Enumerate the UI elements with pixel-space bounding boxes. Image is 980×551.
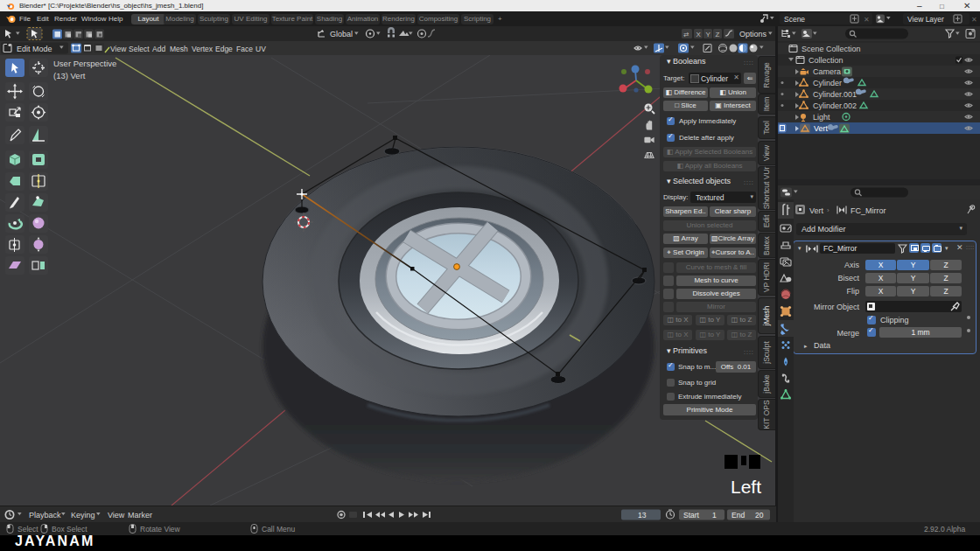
svg-text:Cylinder.001: Cylinder.001 [813, 90, 857, 99]
svg-text:Face: Face [236, 45, 253, 53]
svg-text:Scene: Scene [784, 15, 805, 24]
svg-text:Select: Select [129, 45, 150, 53]
svg-text:✕: ✕ [864, 16, 870, 24]
svg-text:Cylinder: Cylinder [813, 79, 842, 87]
svg-text:2.92.0 Alpha: 2.92.0 Alpha [924, 525, 966, 534]
svg-text:20: 20 [755, 511, 764, 520]
svg-text:Scene Collection: Scene Collection [802, 45, 861, 53]
svg-text:Marker: Marker [128, 511, 152, 520]
svg-text:1: 1 [712, 511, 717, 520]
svg-text:Cylinder.002: Cylinder.002 [813, 101, 857, 110]
svg-text:Vert: Vert [809, 206, 824, 215]
svg-text:X: X [696, 31, 702, 38]
svg-text:Start: Start [683, 511, 700, 520]
svg-text:›: › [827, 206, 830, 214]
svg-text:Left: Left [731, 477, 761, 497]
svg-text:Light: Light [813, 113, 830, 122]
svg-text:Options: Options [739, 30, 767, 38]
svg-text:FC_Mirror: FC_Mirror [850, 206, 886, 215]
svg-text:Global: Global [330, 30, 353, 38]
svg-text:Camera: Camera [813, 67, 841, 76]
svg-text:Y: Y [706, 31, 711, 38]
svg-text:Playback: Playback [29, 511, 61, 520]
svg-text:Z: Z [716, 31, 720, 38]
svg-text:Select: Select [18, 525, 38, 534]
svg-text:✕: ✕ [971, 16, 977, 24]
svg-text:Call Menu: Call Menu [262, 525, 296, 534]
svg-text:View: View [110, 45, 127, 53]
svg-text:Mesh: Mesh [170, 45, 188, 53]
svg-text:Rotate View: Rotate View [140, 525, 181, 534]
svg-text:Vert: Vert [814, 124, 829, 133]
svg-text:Keying: Keying [71, 511, 95, 520]
svg-text:Collection: Collection [808, 56, 844, 65]
svg-text:Box Select: Box Select [52, 525, 88, 534]
svg-text:Edit Mode: Edit Mode [17, 45, 52, 53]
svg-text:Vertex: Vertex [192, 45, 214, 53]
svg-text:End: End [732, 511, 745, 520]
svg-text:13: 13 [638, 511, 647, 520]
svg-text:View Layer: View Layer [907, 15, 944, 24]
svg-text:(13) Vert: (13) Vert [53, 71, 86, 80]
svg-text:UV: UV [256, 45, 266, 53]
svg-text:Edge: Edge [215, 45, 233, 53]
svg-text:Add: Add [152, 45, 165, 53]
svg-text:⇄: ⇄ [683, 31, 689, 38]
svg-text:User Perspective: User Perspective [53, 59, 116, 68]
svg-text:View: View [108, 511, 125, 520]
